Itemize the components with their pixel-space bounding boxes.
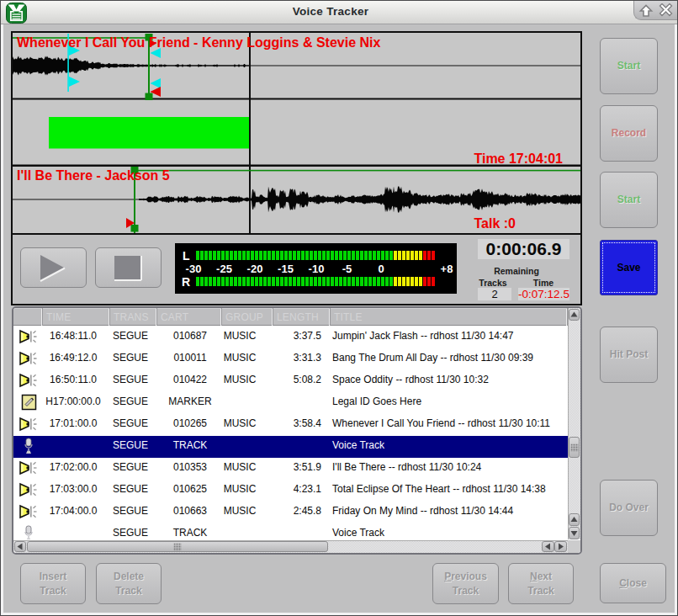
svg-text:Talk :0: Talk :0 xyxy=(474,216,516,231)
svg-text:Whenever I Call You Friend - K: Whenever I Call You Friend - Kenny Loggi… xyxy=(17,35,380,50)
svg-text:I'll Be There - Jackson 5: I'll Be There - Jackson 5 xyxy=(17,168,170,183)
svg-text:Time 17:04:01: Time 17:04:01 xyxy=(474,151,563,166)
